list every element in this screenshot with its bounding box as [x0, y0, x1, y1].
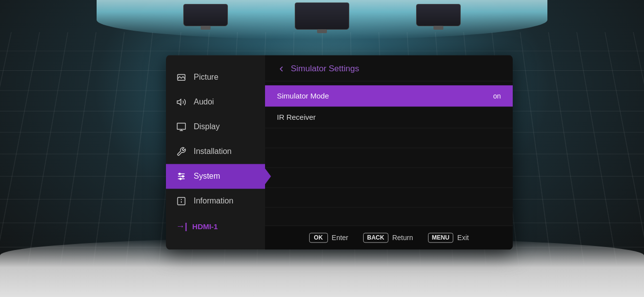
- sidebar-label-audio: Audoi: [194, 98, 214, 106]
- row-simulator-mode[interactable]: Simulator Mode on: [265, 85, 513, 106]
- hint-back: BACK Return: [363, 233, 413, 243]
- row-value-simulator-mode: on: [493, 92, 501, 100]
- svg-point-10: [180, 178, 181, 180]
- audio-icon: [176, 97, 187, 107]
- display-icon: [176, 121, 187, 132]
- svg-rect-2: [177, 123, 186, 129]
- menu-overlay: Picture Audoi Display Installation: [166, 55, 513, 249]
- sidebar-item-system[interactable]: System: [166, 164, 265, 189]
- sidebar-item-audio[interactable]: Audoi: [166, 90, 265, 114]
- sidebar-label-information: Information: [194, 197, 233, 205]
- footer-label: HDMI-1: [192, 222, 218, 231]
- row-ir-receiver[interactable]: IR Receiver: [265, 106, 513, 128]
- svg-point-8: [179, 173, 180, 175]
- sidebar-item-installation[interactable]: Installation: [166, 139, 265, 164]
- row-label-simulator-mode: Simulator Mode: [277, 92, 329, 100]
- panel-title: Simulator Settings: [291, 64, 359, 74]
- installation-icon: [176, 146, 187, 157]
- row-empty-3: [265, 168, 513, 188]
- sidebar-label-display: Display: [194, 122, 219, 131]
- sidebar-item-picture[interactable]: Picture: [166, 65, 265, 90]
- projector-right: [416, 4, 461, 26]
- back-icon: [277, 64, 286, 73]
- projectors-container: [173, 0, 471, 30]
- label-enter: Enter: [332, 234, 348, 242]
- row-empty-2: [265, 148, 513, 168]
- sidebar-item-information[interactable]: Information: [166, 189, 265, 213]
- sidebar-label-system: System: [194, 172, 220, 181]
- row-empty-4: [265, 188, 513, 207]
- sidebar-footer: →| HDMI-1: [166, 213, 265, 240]
- label-return: Return: [392, 234, 413, 242]
- sidebar-label-picture: Picture: [194, 73, 218, 82]
- projector-center: [295, 2, 349, 30]
- sidebar: Picture Audoi Display Installation: [166, 55, 265, 249]
- key-menu: MENU: [428, 233, 453, 243]
- row-label-ir-receiver: IR Receiver: [277, 113, 316, 121]
- key-back: BACK: [363, 233, 388, 243]
- svg-marker-1: [177, 99, 181, 105]
- hdmi-icon: →|: [176, 221, 187, 232]
- picture-icon: [176, 72, 187, 83]
- svg-point-9: [182, 176, 184, 177]
- content-panel: Simulator Settings Simulator Mode on IR …: [265, 55, 513, 249]
- system-icon: [176, 171, 187, 182]
- panel-header: Simulator Settings: [265, 55, 513, 81]
- information-icon: [176, 196, 187, 206]
- key-ok: OK: [309, 233, 328, 243]
- projector-left: [183, 4, 228, 26]
- panel-content: Simulator Mode on IR Receiver: [265, 81, 513, 225]
- row-empty-1: [265, 128, 513, 148]
- sidebar-item-display[interactable]: Display: [166, 114, 265, 139]
- hint-ok: OK Enter: [309, 233, 348, 243]
- bottom-bar: OK Enter BACK Return MENU Exit: [265, 225, 513, 249]
- sidebar-label-installation: Installation: [194, 147, 232, 156]
- label-exit: Exit: [457, 234, 469, 242]
- hint-menu: MENU Exit: [428, 233, 469, 243]
